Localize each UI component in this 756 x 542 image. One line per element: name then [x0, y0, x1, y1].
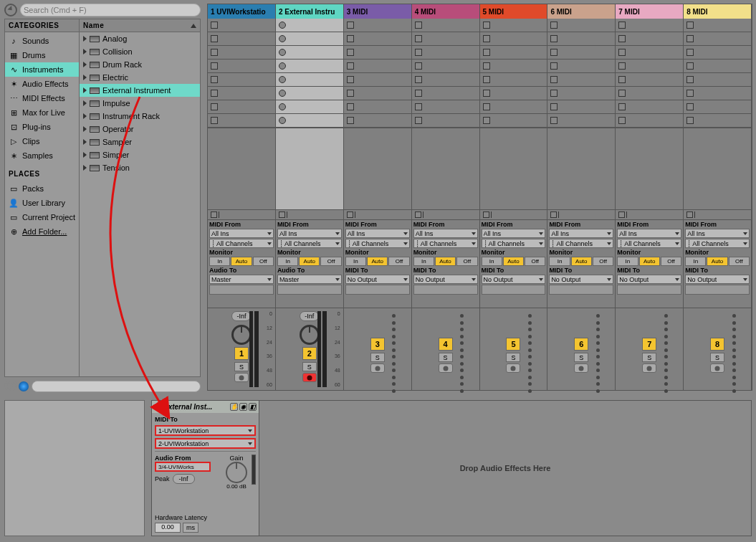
track-status[interactable]	[480, 210, 548, 219]
track-header-4[interactable]: 4 MIDI	[412, 4, 480, 19]
category-midi-effects[interactable]: ⋯MIDI Effects	[5, 91, 79, 105]
clip-slot[interactable]	[412, 114, 479, 128]
track-status[interactable]	[616, 210, 684, 219]
monitor-auto-button[interactable]: Auto	[503, 257, 524, 266]
clip-slot[interactable]	[547, 60, 615, 73]
track-activator[interactable]: 1	[234, 347, 249, 360]
output-to[interactable]: Master	[209, 275, 274, 284]
solo-button[interactable]: S	[302, 362, 317, 371]
output-to[interactable]: No Output	[617, 275, 681, 284]
clip-slot[interactable]	[684, 73, 751, 87]
clip-slot[interactable]	[412, 100, 479, 114]
clip-slot[interactable]	[412, 46, 479, 60]
track-status[interactable]	[684, 210, 752, 219]
category-samples[interactable]: ∗Samples	[5, 148, 79, 163]
track-activator[interactable]: 5	[506, 338, 520, 351]
clip-slot[interactable]	[412, 60, 479, 73]
clip-slot[interactable]	[480, 19, 547, 32]
clip-slot[interactable]	[480, 60, 547, 73]
record-arm-button[interactable]	[642, 363, 656, 373]
category-audio-effects[interactable]: ✶Audio Effects	[5, 77, 79, 91]
clip-slot[interactable]	[684, 114, 751, 128]
midi-from-port[interactable]: All Ins	[685, 229, 750, 238]
save-preset-icon[interactable]: ◉	[239, 403, 247, 411]
send-strip[interactable]	[413, 285, 478, 295]
send-strip[interactable]	[482, 285, 546, 295]
track-header-2[interactable]: 2 External Instru	[276, 4, 344, 19]
clip-slot[interactable]	[547, 100, 615, 114]
midi-from-port[interactable]: All Ins	[549, 229, 613, 238]
output-to[interactable]: No Output	[413, 275, 478, 284]
midi-from-port[interactable]: All Ins	[209, 229, 274, 238]
name-header[interactable]: Name	[83, 22, 104, 29]
send-strip[interactable]	[617, 285, 681, 295]
track-header-6[interactable]: 6 MIDI	[547, 4, 616, 19]
track-status[interactable]	[208, 210, 276, 219]
monitor-auto-button[interactable]: Auto	[299, 257, 320, 266]
track-activator[interactable]: 3	[370, 338, 385, 351]
device-on-icon[interactable]	[154, 404, 161, 411]
record-arm-button[interactable]	[302, 373, 317, 382]
monitor-in-button[interactable]: In	[482, 257, 502, 266]
clip-slot[interactable]	[344, 46, 411, 60]
record-arm-button[interactable]	[710, 363, 724, 373]
record-arm-button[interactable]	[370, 363, 385, 373]
clip-slot[interactable]	[480, 73, 547, 87]
track-status[interactable]	[547, 210, 616, 219]
clip-slot[interactable]	[276, 32, 343, 46]
monitor-auto-button[interactable]: Auto	[367, 257, 388, 266]
place-add-folder-[interactable]: ⊕Add Folder...	[5, 224, 79, 239]
monitor-in-button[interactable]: In	[549, 257, 570, 266]
latency-unit-button[interactable]: ms	[183, 523, 198, 533]
clip-slot[interactable]	[276, 46, 343, 60]
solo-button[interactable]: S	[439, 353, 453, 362]
clip-slot[interactable]	[684, 46, 751, 60]
monitor-auto-button[interactable]: Auto	[707, 257, 727, 266]
clip-slot[interactable]	[276, 73, 343, 87]
clip-slot[interactable]	[480, 46, 547, 60]
drop-zone[interactable]: Drop Audio Effects Here	[259, 401, 751, 536]
output-to[interactable]: No Output	[685, 275, 750, 284]
clip-slot[interactable]	[344, 19, 411, 32]
clip-slot[interactable]	[547, 87, 615, 100]
monitor-off-button[interactable]: Off	[525, 257, 545, 266]
clip-slot[interactable]	[547, 114, 615, 128]
fold-icon[interactable]: ◧	[249, 403, 257, 411]
monitor-in-button[interactable]: In	[413, 257, 434, 266]
clip-slot[interactable]	[684, 19, 751, 32]
preview-icon[interactable]	[19, 381, 29, 391]
clip-slot[interactable]	[616, 60, 683, 73]
send-strip[interactable]	[209, 285, 274, 295]
monitor-auto-button[interactable]: Auto	[571, 257, 592, 266]
track-activator[interactable]: 7	[642, 338, 656, 351]
clip-slot[interactable]	[344, 32, 411, 46]
record-arm-button[interactable]	[439, 363, 453, 373]
clip-slot[interactable]	[412, 32, 479, 46]
midi-from-port[interactable]: All Ins	[277, 229, 342, 238]
clip-slot[interactable]	[547, 19, 615, 32]
send-strip[interactable]	[685, 285, 750, 295]
solo-button[interactable]: S	[710, 353, 724, 362]
midi-from-port[interactable]: All Ins	[482, 229, 546, 238]
clip-slot[interactable]	[276, 114, 343, 128]
gain-knob[interactable]	[226, 462, 247, 483]
track-header-5[interactable]: 5 MIDI	[480, 4, 548, 19]
clip-slot[interactable]	[412, 73, 479, 87]
category-max-for-live[interactable]: ⊞Max for Live	[5, 105, 79, 120]
clip-slot[interactable]	[480, 87, 547, 100]
hand-icon[interactable]: ✋	[230, 403, 238, 411]
clip-slot[interactable]	[208, 100, 275, 114]
volume-label[interactable]: -Inf	[300, 311, 319, 321]
solo-button[interactable]: S	[506, 353, 520, 362]
monitor-auto-button[interactable]: Auto	[639, 257, 660, 266]
send-strip[interactable]	[345, 285, 410, 295]
category-sounds[interactable]: ♪Sounds	[5, 34, 79, 48]
monitor-in-button[interactable]: In	[277, 257, 298, 266]
clip-slot[interactable]	[480, 114, 547, 128]
clip-slot[interactable]	[208, 46, 275, 60]
clip-slot[interactable]	[344, 73, 411, 87]
latency-value[interactable]: 0.00	[155, 523, 181, 533]
device-item-impulse[interactable]: Impulse	[80, 97, 200, 110]
solo-button[interactable]: S	[642, 353, 656, 362]
midi-from-channel[interactable]: ┊ All Channels	[209, 239, 274, 248]
